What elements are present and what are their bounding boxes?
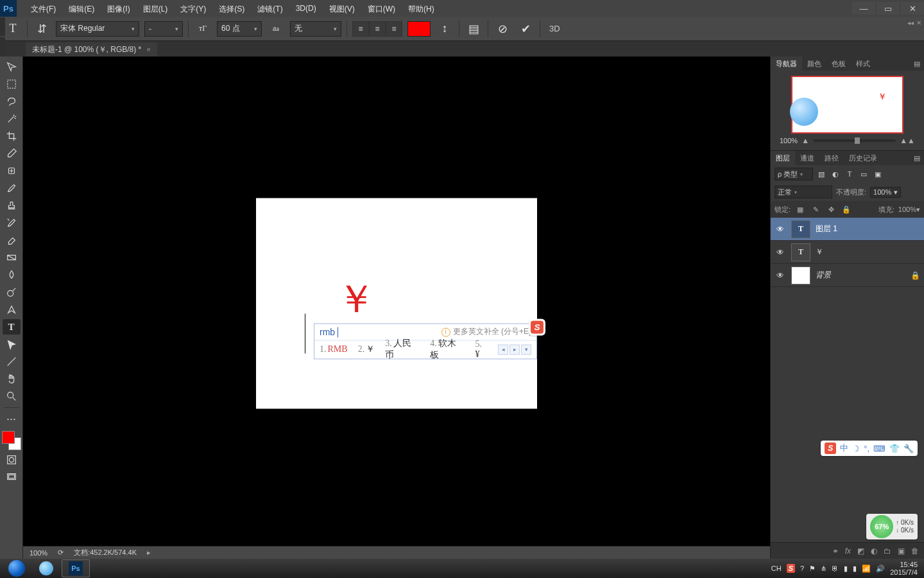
align-center-button[interactable]: ≡: [369, 21, 386, 37]
quickmask-button[interactable]: [3, 452, 21, 468]
window-close-button[interactable]: ✕: [901, 2, 924, 15]
adjustment-layer-icon[interactable]: ◐: [871, 547, 877, 556]
lock-pixels-icon[interactable]: ✎: [810, 204, 821, 215]
stamp-tool[interactable]: [3, 198, 21, 213]
menu-help[interactable]: 帮助(H): [403, 1, 440, 17]
sogou-skin-icon[interactable]: 👕: [889, 444, 900, 453]
blend-mode-combo[interactable]: 正常▾: [774, 186, 832, 198]
ime-candidates[interactable]: 1.RMB2.￥3.人民币4.软木板5.¥ ◂ ▸ ▾: [314, 340, 536, 358]
layer-mask-icon[interactable]: ◩: [857, 547, 864, 556]
tool-preset-type-icon[interactable]: T: [4, 21, 22, 37]
sogou-settings-icon[interactable]: 🔧: [903, 444, 914, 453]
status-doc-size[interactable]: 文档:452.2K/574.4K: [74, 548, 137, 557]
document-canvas[interactable]: ￥ S rmb i更多英文补全 (分号+E) 1.RMB2.￥3.人民币4.软木…: [256, 198, 537, 408]
layers-panel-menu-icon[interactable]: ▤: [910, 151, 924, 165]
layer-row[interactable]: 👁T图层 1: [771, 218, 924, 241]
tray-help-icon[interactable]: ?: [800, 565, 804, 572]
navigator-panel-menu-icon[interactable]: ▤: [910, 57, 924, 71]
edit-toolbar-button[interactable]: ⋯: [3, 411, 21, 426]
menu-select[interactable]: 选择(S): [214, 1, 250, 17]
menu-view[interactable]: 视图(V): [324, 1, 360, 17]
ime-candidate-3[interactable]: 3.人民币: [385, 338, 420, 361]
menu-window[interactable]: 窗口(W): [363, 1, 400, 17]
start-button[interactable]: [3, 559, 31, 577]
lock-all-icon[interactable]: 🔒: [841, 204, 852, 215]
tray-network-icon[interactable]: ▮: [853, 565, 857, 573]
canvas-area[interactable]: ￥ S rmb i更多英文补全 (分号+E) 1.RMB2.￥3.人民币4.软木…: [23, 57, 770, 559]
status-menu-arrow-icon[interactable]: ▸: [147, 548, 151, 557]
font-style-combo[interactable]: -▾: [144, 21, 183, 37]
tab-channels[interactable]: 通道: [795, 151, 819, 165]
link-layers-icon[interactable]: ⚭: [832, 547, 839, 556]
ime-candidate-1[interactable]: 1.RMB: [320, 344, 348, 355]
marquee-tool[interactable]: [3, 76, 21, 92]
panel-collapse-icon[interactable]: ◂◂: [907, 19, 914, 26]
cancel-edit-button[interactable]: ⊘: [493, 21, 511, 37]
font-size-combo[interactable]: 60 点▾: [217, 21, 262, 37]
heal-tool[interactable]: [3, 163, 21, 179]
zoom-tool[interactable]: [3, 389, 21, 404]
sogou-softkb-icon[interactable]: ⌨: [873, 444, 886, 453]
opacity-field[interactable]: 100%▾: [870, 187, 901, 198]
text-orientation-toggle[interactable]: ⇵: [33, 21, 51, 37]
status-refresh-icon[interactable]: ⟳: [58, 548, 64, 557]
ime-next-button[interactable]: ▸: [509, 344, 520, 355]
antialias-combo[interactable]: 无▾: [290, 21, 341, 37]
layer-visibility-icon[interactable]: 👁: [774, 270, 786, 281]
menu-layer[interactable]: 图层(L): [138, 1, 173, 17]
filter-adjust-icon[interactable]: ◐: [830, 168, 841, 180]
commit-edit-button[interactable]: ✔: [517, 21, 535, 37]
tray-clock[interactable]: 15:45 2015/7/4: [890, 561, 918, 576]
menu-type[interactable]: 文字(Y): [175, 1, 211, 17]
tray-wifi-icon[interactable]: ⋔: [821, 565, 826, 573]
layer-row[interactable]: 👁背景🔒: [771, 264, 924, 287]
tray-battery-icon[interactable]: ▮: [844, 565, 848, 573]
layer-row[interactable]: 👁T￥: [771, 241, 924, 264]
tray-shield-icon[interactable]: ⛨: [832, 565, 839, 572]
taskbar-app-photoshop[interactable]: Ps: [62, 559, 90, 577]
eraser-tool[interactable]: [3, 232, 21, 248]
ime-candidate-2[interactable]: 2.￥: [358, 344, 375, 355]
window-maximize-button[interactable]: ▭: [877, 2, 900, 15]
sogou-lang-indicator[interactable]: 中: [840, 442, 848, 454]
gradient-tool[interactable]: [3, 250, 21, 265]
tab-swatches[interactable]: 色板: [826, 57, 851, 71]
tray-flag-icon[interactable]: ⚑: [809, 565, 816, 573]
taskbar-app-1[interactable]: [32, 559, 60, 577]
ime-hint[interactable]: i更多英文补全 (分号+E): [441, 326, 531, 337]
layer-visibility-icon[interactable]: 👁: [774, 247, 786, 258]
menu-file[interactable]: 文件(F): [26, 1, 61, 17]
menu-filter[interactable]: 滤镜(T): [252, 1, 287, 17]
menu-edit[interactable]: 编辑(E): [64, 1, 99, 17]
warp-text-button[interactable]: ↕: [436, 21, 454, 37]
type-tool[interactable]: T: [3, 319, 21, 335]
navigator-zoom-slider[interactable]: [813, 139, 896, 142]
panel-close-icon[interactable]: ✕: [916, 19, 921, 26]
tab-paths[interactable]: 路径: [819, 151, 844, 165]
history-brush-tool[interactable]: [3, 215, 21, 231]
ime-expand-button[interactable]: ▾: [521, 344, 531, 355]
tray-sogou-icon[interactable]: S: [787, 564, 795, 573]
tab-navigator[interactable]: 导航器: [771, 57, 802, 71]
tray-lang[interactable]: CH: [771, 565, 782, 572]
document-tab-close-icon[interactable]: ×: [146, 46, 150, 53]
lock-trans-icon[interactable]: ▦: [794, 204, 806, 215]
font-family-combo[interactable]: 宋体 Regular▾: [56, 21, 139, 37]
text-color-swatch[interactable]: [407, 21, 431, 37]
netspeed-widget[interactable]: 67% ↑ 0K/s ↓ 0K/s: [866, 514, 918, 539]
filter-smart-icon[interactable]: ▣: [872, 168, 884, 180]
new-layer-icon[interactable]: ▣: [898, 547, 905, 556]
navigator-thumbnail[interactable]: ￥: [791, 76, 903, 134]
move-tool[interactable]: [3, 59, 21, 74]
tab-layers[interactable]: 图层: [771, 151, 795, 165]
align-left-button[interactable]: ≡: [352, 21, 369, 37]
filter-pixel-icon[interactable]: ▧: [816, 168, 827, 180]
tray-volume-icon[interactable]: 🔊: [876, 565, 885, 573]
window-minimize-button[interactable]: —: [852, 2, 875, 15]
character-panel-button[interactable]: ▤: [465, 21, 483, 37]
menu-image[interactable]: 图像(I): [102, 1, 135, 17]
sogou-moon-icon[interactable]: ☽: [852, 444, 860, 453]
dodge-tool[interactable]: [3, 285, 21, 300]
menu-3d[interactable]: 3D(D): [291, 1, 321, 17]
filter-type-icon[interactable]: T: [844, 168, 855, 180]
